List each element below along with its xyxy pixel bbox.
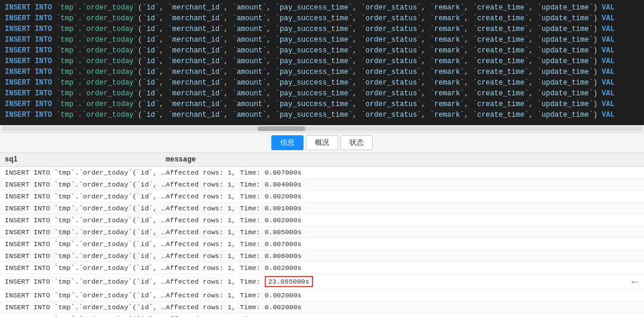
code-line: INSERT INTO `tmp`.`order_today`(`id`, `m…: [5, 110, 639, 120]
tab-概况[interactable]: 概况: [306, 135, 338, 150]
code-line: INSERT INTO `tmp`.`order_today`(`id`, `m…: [5, 77, 639, 88]
table-row: INSERT INTO `tmp`.`order_today`(`id`, `m…: [0, 262, 644, 274]
cell-sql: INSERT INTO `tmp`.`order_today`(`id`, `m…: [5, 228, 166, 236]
cell-sql: INSERT INTO `tmp`.`order_today`(`id`, `m…: [5, 169, 166, 176]
arrow-icon: ←: [631, 276, 638, 288]
cell-message: Affected rows: 1, Time: 0.002000s: [166, 192, 639, 200]
cell-message: Affected rows: 1, Time: 0.002000s: [166, 264, 639, 272]
table-row: INSERT INTO `tmp`.`order_today`(`id`, `m…: [0, 167, 644, 179]
results-area: sql message INSERT INTO `tmp`.`order_tod…: [0, 153, 644, 317]
table-row: INSERT INTO `tmp`.`order_today`(`id`, `m…: [0, 226, 644, 238]
table-row: INSERT INTO `tmp`.`order_today`(`id`, `m…: [0, 215, 644, 226]
scrollbar-area[interactable]: [0, 125, 644, 132]
cell-message: Affected rows: 1, Time: 0.002000s: [166, 291, 639, 299]
code-line: INSERT INTO `tmp`.`order_today`(`id`, `m…: [5, 13, 639, 24]
table-row: INSERT INTO `tmp`.`order_today`(`id`, `m…: [0, 250, 644, 262]
table-row: INSERT INTO `tmp`.`order_today`(`id`, `m…: [0, 313, 644, 317]
cell-message: Affected rows: 1, Time: 23.865000s: [166, 276, 639, 287]
cell-message: Affected rows: 1, Time: 0.007000s: [166, 240, 639, 248]
cell-message: Affected rows: 1, Time: 0.005000s: [166, 228, 639, 236]
table-row: INSERT INTO `tmp`.`order_today`(`id`, `m…: [0, 302, 644, 313]
cell-sql: INSERT INTO `tmp`.`order_today`(`id`, `m…: [5, 181, 166, 188]
cell-sql: INSERT INTO `tmp`.`order_today`(`id`, `m…: [5, 204, 166, 212]
cell-sql: INSERT INTO `tmp`.`order_today`(`id`, `m…: [5, 278, 166, 285]
col-message-header: message: [166, 156, 639, 164]
table-row: INSERT INTO `tmp`.`order_today`(`id`, `m…: [0, 179, 644, 191]
table-row: INSERT INTO `tmp`.`order_today`(`id`, `m…: [0, 191, 644, 203]
tab-状态[interactable]: 状态: [340, 135, 373, 150]
col-sql-header: sql: [5, 156, 166, 164]
code-line: INSERT INTO `tmp`.`order_today`(`id`, `m…: [5, 88, 639, 99]
cell-sql: INSERT INTO `tmp`.`order_today`(`id`, `m…: [5, 192, 166, 200]
cell-message: Affected rows: 1, Time: 0.002000s: [166, 216, 639, 224]
cell-sql: INSERT INTO `tmp`.`order_today`(`id`, `m…: [5, 264, 166, 272]
tab-bar: 信息概况状态: [0, 132, 644, 153]
code-line: INSERT INTO `tmp`.`order_today`(`id`, `m…: [5, 45, 639, 56]
code-line: INSERT INTO `tmp`.`order_today`(`id`, `m…: [5, 2, 639, 13]
cell-sql: INSERT INTO `tmp`.`order_today`(`id`, `m…: [5, 252, 166, 260]
table-row: INSERT INTO `tmp`.`order_today`(`id`, `m…: [0, 238, 644, 250]
cell-message: Affected rows: 1, Time: 0.006000s: [166, 252, 639, 260]
table-row: INSERT INTO `tmp`.`order_today`(`id`, `m…: [0, 290, 644, 302]
cell-message: Affected rows: 1, Time: 0.002000s: [166, 303, 639, 311]
code-line: INSERT INTO `tmp`.`order_today`(`id`, `m…: [5, 56, 639, 67]
results-header: sql message: [0, 153, 644, 167]
cell-sql: INSERT INTO `tmp`.`order_today`(`id`, `m…: [5, 240, 166, 248]
code-line: INSERT INTO `tmp`.`order_today`(`id`, `m…: [5, 99, 639, 110]
cell-sql: INSERT INTO `tmp`.`order_today`(`id`, `m…: [5, 291, 166, 299]
highlighted-time-value: 23.865000s: [265, 276, 313, 287]
tab-信息[interactable]: 信息: [271, 135, 304, 150]
cell-sql: INSERT INTO `tmp`.`order_today`(`id`, `m…: [5, 216, 166, 224]
table-row: INSERT INTO `tmp`.`order_today`(`id`, `m…: [0, 203, 644, 215]
code-line: INSERT INTO `tmp`.`order_today`(`id`, `m…: [5, 24, 639, 35]
table-row: INSERT INTO `tmp`.`order_today`(`id`, `m…: [0, 274, 644, 290]
cell-message: Affected rows: 1, Time: 0.001000s: [166, 204, 639, 212]
code-area: INSERT INTO `tmp`.`order_today`(`id`, `m…: [0, 0, 644, 125]
cell-message: Affected rows: 1, Time: 0.007000s: [166, 169, 639, 176]
cell-sql: INSERT INTO `tmp`.`order_today`(`id`, `m…: [5, 303, 166, 311]
code-line: INSERT INTO `tmp`.`order_today`(`id`, `m…: [5, 67, 639, 77]
cell-message: Affected rows: 1, Time: 0.004000s: [166, 181, 639, 188]
code-line: INSERT INTO `tmp`.`order_today`(`id`, `m…: [5, 35, 639, 45]
